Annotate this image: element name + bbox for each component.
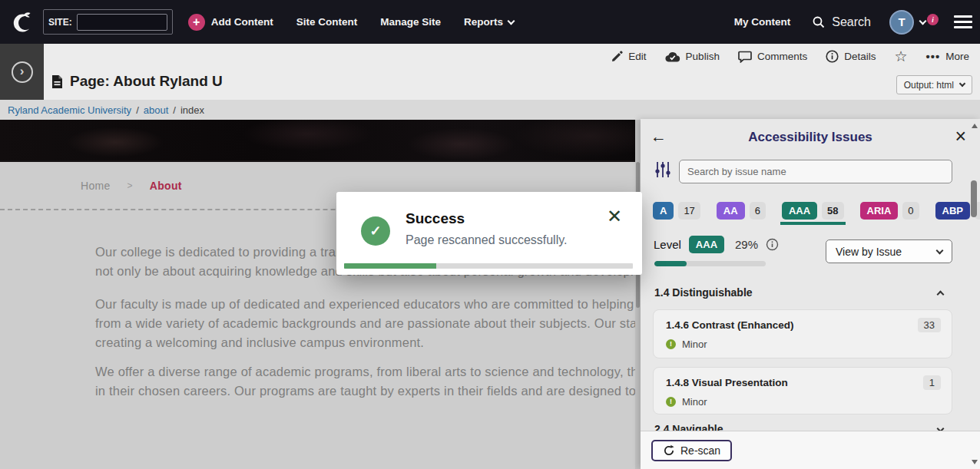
preview-breadcrumb-about[interactable]: About xyxy=(150,180,182,192)
search-label: Search xyxy=(832,15,871,29)
level-count: 58 xyxy=(822,202,843,220)
breadcrumb-separator: / xyxy=(173,104,176,116)
preview-breadcrumb-home[interactable]: Home xyxy=(81,180,111,192)
comments-button[interactable]: Comments xyxy=(738,51,807,63)
add-content-label: Add Content xyxy=(211,16,273,28)
preview-breadcrumb: Home > About xyxy=(81,180,182,192)
issue-name: 1.4.8 Visual Presentation xyxy=(666,377,788,388)
issue-severity: Minor xyxy=(682,396,707,408)
success-toast: ✓ Success Page rescanned successfully. ✕ xyxy=(336,192,642,275)
favorite-star-icon[interactable]: ☆ xyxy=(894,49,907,64)
level-label: Level xyxy=(654,238,681,251)
toast-close-icon[interactable]: ✕ xyxy=(607,207,622,226)
view-by-value: View by Issue xyxy=(836,246,902,258)
add-content-button[interactable]: + Add Content xyxy=(188,14,273,31)
preview-paragraph-3: We offer a diverse range of academic pro… xyxy=(95,362,641,401)
level-aaa-badge: AAA xyxy=(689,236,724,253)
level-tab-aaa[interactable]: AAA 58 xyxy=(782,202,844,220)
page-title: Page: About Ryland U xyxy=(51,73,223,90)
publish-label: Publish xyxy=(686,51,720,62)
issue-severity: Minor xyxy=(682,339,707,350)
comments-label: Comments xyxy=(757,51,807,62)
comment-bubble-icon xyxy=(738,51,752,63)
paragraph-line: from a wide variety of academic backgrou… xyxy=(95,314,641,333)
nav-site-content[interactable]: Site Content xyxy=(296,16,358,28)
toast-timer-track xyxy=(344,263,633,269)
section-title: 1.4 Distinguishable xyxy=(654,286,753,299)
issue-card-visual-presentation[interactable]: 1.4.8 Visual Presentation 1 ! Minor xyxy=(653,367,952,415)
issue-count-badge: 33 xyxy=(918,318,941,332)
info-icon[interactable] xyxy=(766,238,779,251)
scroll-down-arrow-icon[interactable] xyxy=(972,460,978,464)
notification-badge[interactable]: i xyxy=(927,14,939,25)
refresh-icon xyxy=(663,444,675,457)
edit-label: Edit xyxy=(628,51,646,62)
level-badge: A xyxy=(653,202,674,220)
breadcrumb-arrow-icon: > xyxy=(127,180,133,191)
chevron-down-icon xyxy=(936,246,944,254)
rescan-button[interactable]: Re-scan xyxy=(651,440,732,461)
document-icon xyxy=(51,74,63,89)
level-tab-a[interactable]: A 17 xyxy=(653,202,700,220)
level-tab-aa[interactable]: AA 6 xyxy=(717,202,766,220)
level-tab-aria[interactable]: ARIA 0 xyxy=(860,202,919,220)
panel-header: ← Accessibility Issues × xyxy=(641,127,980,150)
publish-button[interactable]: Publish xyxy=(665,51,720,62)
preview-paragraph-2: Our faculty is made up of dedicated and … xyxy=(95,295,641,352)
more-button[interactable]: ••• More xyxy=(925,50,969,63)
nav-reports[interactable]: Reports xyxy=(464,16,514,28)
issue-card-contrast[interactable]: 1.4.6 Contrast (Enhanced) 33 ! Minor xyxy=(653,309,952,358)
details-label: Details xyxy=(844,51,876,62)
info-circle-icon xyxy=(826,50,839,63)
level-count: 17 xyxy=(678,202,700,220)
issue-count-badge: 1 xyxy=(923,375,941,390)
nav-my-content[interactable]: My Content xyxy=(734,16,791,28)
paragraph-line: creating a welcoming and inclusive campu… xyxy=(95,333,641,352)
details-button[interactable]: Details xyxy=(826,50,876,63)
site-input[interactable] xyxy=(77,14,167,31)
section-distinguishable[interactable]: 1.4 Distinguishable xyxy=(654,286,943,299)
user-avatar[interactable]: T xyxy=(889,10,914,35)
breadcrumb-site-link[interactable]: Ryland Academic University xyxy=(8,104,131,116)
level-badge: ABP xyxy=(935,202,970,220)
expand-sidebar-icon: › xyxy=(12,61,33,83)
page-preview: Home > About Our college is dedicated to… xyxy=(0,120,641,469)
view-by-dropdown[interactable]: View by Issue xyxy=(826,239,952,263)
chevron-up-icon xyxy=(937,290,945,298)
output-label: Output: html xyxy=(904,80,954,91)
nav-manage-site[interactable]: Manage Site xyxy=(380,16,441,28)
issue-search-input[interactable] xyxy=(679,160,952,183)
breadcrumb: Ryland Academic University / about / ind… xyxy=(0,100,980,120)
plus-icon: + xyxy=(188,14,205,31)
preview-scrollbar[interactable] xyxy=(635,120,641,469)
paragraph-line: We offer a diverse range of academic pro… xyxy=(95,362,641,381)
close-icon[interactable]: × xyxy=(955,127,966,146)
pencil-icon xyxy=(611,51,623,62)
rescan-label: Re-scan xyxy=(680,444,720,457)
panel-scrollbar[interactable] xyxy=(968,119,980,469)
panel-scrollbar-thumb[interactable] xyxy=(971,180,977,217)
scroll-up-arrow-icon[interactable] xyxy=(972,124,978,128)
app-root: SITE: + Add Content Site Content Manage … xyxy=(0,0,980,469)
level-badge: ARIA xyxy=(860,202,899,220)
page-actions: Edit Publish Comments Details ☆ ••• xyxy=(611,49,969,64)
toast-message: Page rescanned successfully. xyxy=(406,233,567,247)
success-check-icon: ✓ xyxy=(361,216,390,246)
filter-sliders-icon[interactable] xyxy=(654,160,671,179)
paragraph-line: Our faculty is made up of dedicated and … xyxy=(95,295,641,314)
search-icon xyxy=(812,15,826,29)
breadcrumb-folder-link[interactable]: about xyxy=(144,104,169,116)
reports-label: Reports xyxy=(464,16,503,28)
edit-button[interactable]: Edit xyxy=(611,51,646,62)
avatar-chevron-icon[interactable] xyxy=(919,17,927,25)
sidebar-toggle[interactable]: › xyxy=(0,44,44,100)
minor-severity-icon: ! xyxy=(666,339,676,349)
hamburger-menu-icon[interactable] xyxy=(954,15,972,28)
level-progress-track xyxy=(654,261,766,266)
cascade-logo-icon[interactable] xyxy=(8,8,35,36)
output-selector[interactable]: Output: html xyxy=(896,75,972,94)
accessibility-panel: ← Accessibility Issues × A 17 AA 6 xyxy=(641,119,980,469)
toast-title: Success xyxy=(406,210,465,227)
nav-search[interactable]: Search xyxy=(812,15,871,29)
chevron-down-icon xyxy=(508,17,515,25)
